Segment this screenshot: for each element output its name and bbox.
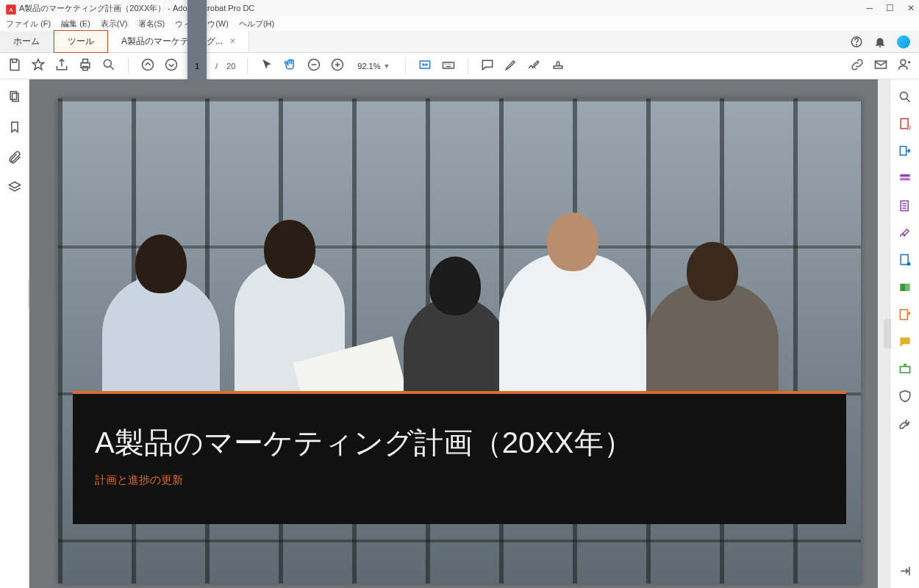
svg-rect-13 xyxy=(443,62,454,68)
svg-point-19 xyxy=(900,92,907,99)
menu-edit[interactable]: 編集 (E) xyxy=(61,18,90,29)
document-canvas[interactable]: A製品のマーケティング計画（20XX年） 計画と進捗の更新 xyxy=(29,79,890,588)
send-for-comments-icon[interactable] xyxy=(898,362,912,379)
help-icon[interactable] xyxy=(850,35,863,49)
zoom-in-icon[interactable] xyxy=(330,57,345,74)
expand-rail-icon[interactable] xyxy=(898,564,912,581)
account-avatar[interactable] xyxy=(897,35,910,49)
menu-sign[interactable]: 署名(S) xyxy=(138,18,165,29)
svg-rect-30 xyxy=(900,309,907,319)
search-icon[interactable] xyxy=(101,57,116,74)
hand-tool-icon[interactable] xyxy=(283,57,298,74)
svg-rect-31 xyxy=(900,367,909,373)
selection-tool-icon[interactable] xyxy=(260,57,274,74)
request-signatures-icon[interactable] xyxy=(898,253,912,270)
thumbnails-icon[interactable] xyxy=(7,90,22,107)
fill-sign-icon[interactable] xyxy=(898,226,912,243)
svg-rect-28 xyxy=(900,284,905,291)
svg-point-8 xyxy=(143,60,154,71)
bookmark-icon[interactable] xyxy=(7,120,22,137)
toolbar-separator xyxy=(247,58,248,74)
page-total: 20 xyxy=(226,62,235,71)
menu-file[interactable]: ファイル (F) xyxy=(6,18,51,29)
left-navigation-rail xyxy=(0,79,29,588)
comment-icon[interactable] xyxy=(480,57,495,74)
title-block: A製品のマーケティング計画（20XX年） 計画と進捗の更新 xyxy=(73,391,846,524)
tab-document[interactable]: A製品のマーケティング... × xyxy=(108,31,249,52)
sign-icon[interactable] xyxy=(527,57,542,74)
invite-user-icon[interactable] xyxy=(897,57,912,74)
svg-rect-18 xyxy=(12,93,18,101)
combine-files-icon[interactable] xyxy=(898,280,912,297)
svg-rect-26 xyxy=(901,255,908,265)
print-icon[interactable] xyxy=(78,57,93,74)
page-sep: / xyxy=(215,62,218,71)
svg-point-7 xyxy=(104,60,111,67)
protect-icon[interactable] xyxy=(898,389,912,406)
window-title: A製品のマーケティング計画（20XX年） - Adobe Acrobat Pro… xyxy=(19,3,866,14)
page-down-icon[interactable] xyxy=(164,57,179,74)
toolbar-separator xyxy=(128,58,129,74)
svg-rect-17 xyxy=(10,92,16,100)
svg-rect-24 xyxy=(900,178,909,180)
right-collapse-handle[interactable] xyxy=(884,319,891,348)
menu-bar: ファイル (F) 編集 (E) 表示(V) 署名(S) ウィンドウ(W) ヘルプ… xyxy=(0,16,919,31)
highlight-icon[interactable] xyxy=(504,57,518,74)
keyboard-icon[interactable] xyxy=(441,57,456,74)
tab-tools-label: ツール xyxy=(68,35,94,48)
close-window-button[interactable]: ✕ xyxy=(907,3,915,13)
svg-point-27 xyxy=(907,262,910,266)
svg-text:A: A xyxy=(9,7,12,13)
export-pdf-icon[interactable] xyxy=(898,144,912,161)
organize-pages-icon[interactable] xyxy=(898,198,912,215)
page-up-icon[interactable] xyxy=(140,57,155,74)
toolbar-separator xyxy=(468,58,468,74)
fit-width-icon[interactable] xyxy=(418,57,432,74)
tab-home-label: ホーム xyxy=(13,35,40,48)
tab-close-button[interactable]: × xyxy=(230,36,235,46)
share-icon[interactable] xyxy=(54,57,69,74)
svg-rect-6 xyxy=(83,67,88,71)
minimize-button[interactable]: ─ xyxy=(866,3,873,13)
email-icon[interactable] xyxy=(873,57,888,74)
notifications-icon[interactable] xyxy=(873,35,887,49)
app-icon: A xyxy=(4,3,15,13)
search-panel-icon[interactable] xyxy=(898,90,912,107)
zoom-out-icon[interactable] xyxy=(307,57,321,74)
pdf-page: A製品のマーケティング計画（20XX年） 計画と進捗の更新 xyxy=(58,98,861,584)
tab-strip: ホーム ツール A製品のマーケティング... × xyxy=(0,31,919,53)
svg-rect-20 xyxy=(901,119,908,129)
tab-home[interactable]: ホーム xyxy=(0,31,54,52)
stamp-icon[interactable] xyxy=(551,57,565,74)
maximize-button[interactable]: ☐ xyxy=(886,3,894,13)
svg-point-3 xyxy=(857,44,857,45)
attachments-icon[interactable] xyxy=(7,150,22,167)
zoom-dropdown[interactable]: 92.1% ▼ xyxy=(354,60,393,73)
main-toolbar: / 20 92.1% ▼ xyxy=(0,53,919,79)
more-tools-icon[interactable] xyxy=(898,416,912,433)
menu-view[interactable]: 表示(V) xyxy=(101,18,128,29)
zoom-level: 92.1% xyxy=(357,62,380,71)
menu-help[interactable]: ヘルプ(H) xyxy=(239,18,274,29)
document-subtitle: 計画と進捗の更新 xyxy=(95,473,824,487)
layers-icon[interactable] xyxy=(7,180,22,197)
edit-pdf-icon[interactable] xyxy=(898,171,912,188)
link-share-icon[interactable] xyxy=(850,57,865,74)
tab-tools[interactable]: ツール xyxy=(54,30,108,53)
toolbar-separator xyxy=(405,58,406,74)
window-titlebar: A A製品のマーケティング計画（20XX年） - Adobe Acrobat P… xyxy=(0,0,919,16)
svg-point-9 xyxy=(166,60,177,71)
svg-rect-14 xyxy=(554,66,563,68)
svg-rect-23 xyxy=(900,174,909,176)
create-pdf-icon[interactable] xyxy=(898,117,912,134)
document-title: A製品のマーケティング計画（20XX年） xyxy=(95,423,824,462)
right-tools-rail xyxy=(890,79,919,588)
tab-document-label: A製品のマーケティング... xyxy=(121,35,223,48)
save-icon[interactable] xyxy=(7,57,22,74)
chevron-down-icon: ▼ xyxy=(384,62,390,70)
organize-icon[interactable] xyxy=(898,307,912,324)
svg-point-16 xyxy=(901,60,906,65)
svg-rect-5 xyxy=(83,60,88,63)
comment-panel-icon[interactable] xyxy=(898,334,912,351)
star-icon[interactable] xyxy=(31,57,46,74)
